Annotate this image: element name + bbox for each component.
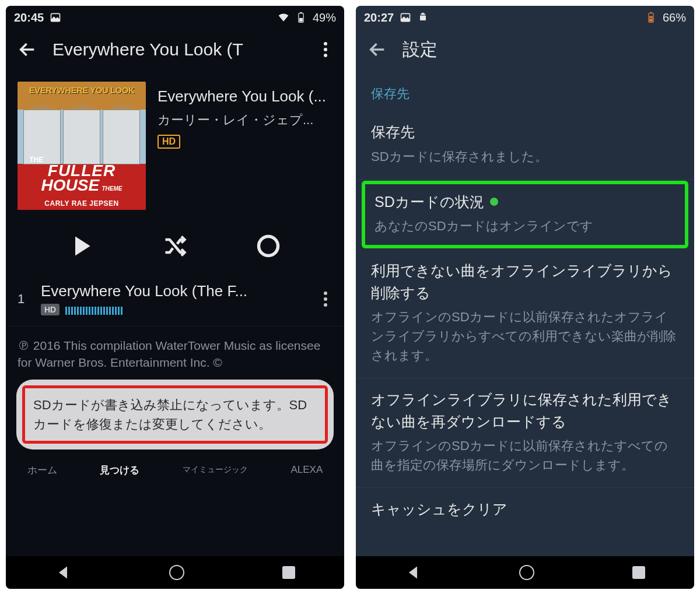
status-online-dot-icon xyxy=(490,198,498,206)
battery-icon: + xyxy=(645,12,657,23)
page-title: Everywhere You Look (T xyxy=(52,40,303,59)
setting-subtitle: あなたのSDカードはオンラインです xyxy=(374,216,676,236)
battery-percent: 66% xyxy=(663,11,686,24)
phone-right-settings: 20:27 + 66% 設定 保存先 保存先 SDカードに保存されました。 SD… xyxy=(356,6,694,589)
setting-title: キャッシュをクリア xyxy=(371,498,679,521)
bottom-tabs: ホーム 見つける マイミュージック ALEXA xyxy=(6,458,344,480)
record-icon[interactable] xyxy=(256,233,281,259)
nav-home-icon[interactable] xyxy=(169,565,184,580)
album-art-artist: CARLY RAE JEPSEN xyxy=(18,197,146,210)
setting-clear-cache[interactable]: キャッシュをクリア xyxy=(356,488,694,533)
battery-icon xyxy=(295,12,307,23)
hd-badge: HD xyxy=(158,135,180,149)
copyright-text: ℗ 2016 This compilation WaterTower Music… xyxy=(6,326,344,371)
album-title: Everywhere You Look (... xyxy=(158,87,332,106)
album-header: EVERYWHERE YOU LOOK THE FULLER HOUSE THE… xyxy=(6,70,344,222)
download-progress-icon xyxy=(65,304,123,315)
android-icon xyxy=(417,12,429,23)
svg-point-8 xyxy=(424,14,425,15)
nav-recents-icon[interactable] xyxy=(282,566,295,579)
album-art-logo: THE FULLER HOUSE THEME xyxy=(18,157,146,192)
nav-recents-icon[interactable] xyxy=(632,566,645,579)
battery-percent: 49% xyxy=(313,11,336,24)
nav-back-icon[interactable] xyxy=(405,564,421,581)
status-bar: 20:45 49% xyxy=(6,6,344,29)
album-artist[interactable]: カーリー・レイ・ジェプ... xyxy=(158,111,332,129)
setting-subtitle: SDカードに保存されました。 xyxy=(371,147,679,166)
album-art[interactable]: EVERYWHERE YOU LOOK THE FULLER HOUSE THE… xyxy=(18,82,146,210)
image-icon xyxy=(400,12,411,23)
setting-title: 保存先 xyxy=(371,121,679,143)
svg-rect-2 xyxy=(300,12,302,13)
setting-title: SDカードの状況 xyxy=(374,191,676,213)
toast-text: SDカードが書き込み禁止になっています。SDカードを修復または変更してください。 xyxy=(22,385,328,444)
phone-left-music-app: 20:45 49% Everywhere You Look (T EVERYWH… xyxy=(6,6,344,589)
album-art-banner: EVERYWHERE YOU LOOK xyxy=(18,85,146,95)
overflow-menu-icon[interactable] xyxy=(318,42,332,57)
setting-sd-status-highlighted[interactable]: SDカードの状況 あなたのSDカードはオンラインです xyxy=(362,181,688,249)
section-header-storage: 保存先 xyxy=(356,70,694,111)
image-icon xyxy=(50,12,61,23)
wifi-icon xyxy=(278,12,289,23)
svg-point-4 xyxy=(259,237,278,256)
setting-title: オフラインライブラリに保存された利用できない曲を再ダウンロードする xyxy=(371,389,679,433)
toast-message: SDカードが書き込み禁止になっています。SDカードを修復または変更してください。 xyxy=(16,380,334,449)
nav-home-icon[interactable] xyxy=(519,565,534,580)
svg-rect-6 xyxy=(420,16,426,20)
shuffle-icon[interactable] xyxy=(162,233,188,259)
status-time: 20:45 xyxy=(14,11,44,24)
setting-redownload[interactable]: オフラインライブラリに保存された利用できない曲を再ダウンロードする オフラインの… xyxy=(356,378,694,488)
setting-storage-location[interactable]: 保存先 SDカードに保存されました。 xyxy=(356,111,694,180)
track-title: Everywhere You Look (The F... xyxy=(41,282,307,300)
tab-alexa[interactable]: ALEXA xyxy=(290,464,323,476)
svg-point-7 xyxy=(421,14,422,15)
tab-mymusic[interactable]: マイミュージック xyxy=(183,465,248,475)
system-navbar xyxy=(6,556,344,589)
app-bar: 設定 xyxy=(356,29,694,70)
setting-subtitle: オフラインのSDカードに以前保存されたすべての曲を指定の保存場所にダウンロードし… xyxy=(371,436,679,475)
status-time: 20:27 xyxy=(364,11,394,24)
tab-find[interactable]: 見つける xyxy=(100,463,139,477)
tab-home[interactable]: ホーム xyxy=(27,463,57,477)
status-bar: 20:27 + 66% xyxy=(356,6,694,29)
app-bar: Everywhere You Look (T xyxy=(6,29,344,70)
svg-rect-3 xyxy=(299,18,303,22)
playback-controls xyxy=(6,222,344,276)
setting-title: 利用できない曲をオフラインライブラリから削除する xyxy=(371,260,679,304)
back-icon[interactable] xyxy=(18,40,37,59)
track-row[interactable]: 1 Everywhere You Look (The F... HD xyxy=(6,276,344,326)
back-icon[interactable] xyxy=(368,40,387,59)
system-navbar xyxy=(356,556,694,589)
page-title: 設定 xyxy=(402,38,682,62)
nav-back-icon[interactable] xyxy=(55,564,71,581)
track-number: 1 xyxy=(18,292,29,307)
setting-subtitle: オフラインのSDカードに以前保存されたオフラインライブラリからすべての利用できな… xyxy=(371,307,679,365)
svg-text:+: + xyxy=(650,16,652,20)
track-hd-badge: HD xyxy=(41,304,60,315)
play-icon[interactable] xyxy=(69,233,94,259)
svg-rect-10 xyxy=(650,12,652,13)
track-overflow-icon[interactable] xyxy=(318,292,332,307)
setting-remove-unavailable[interactable]: 利用できない曲をオフラインライブラリから削除する オフラインのSDカードに以前保… xyxy=(356,250,694,378)
